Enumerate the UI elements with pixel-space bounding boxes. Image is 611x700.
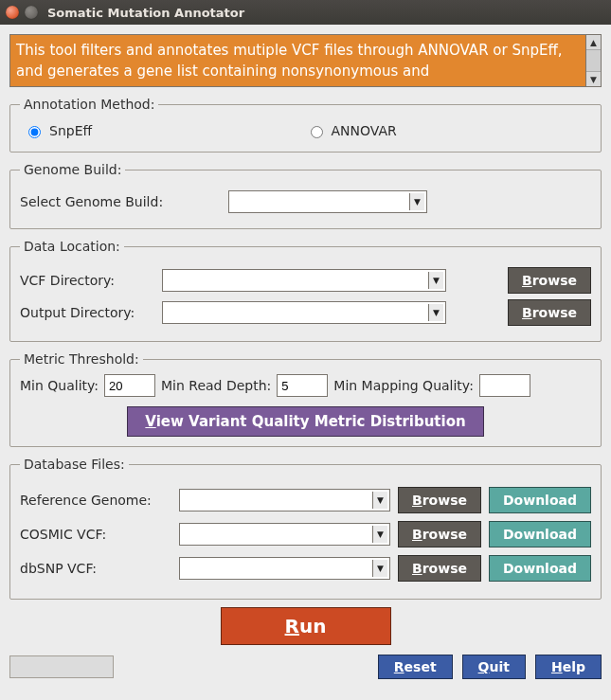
annotation-method-group: Annotation Method: SnpEff ANNOVAR xyxy=(9,97,602,153)
ref-genome-download-button[interactable]: Download xyxy=(489,487,591,513)
radio-snpeff-input[interactable] xyxy=(28,126,41,138)
min-mapq-label: Min Mapping Quality: xyxy=(333,378,474,393)
data-location-group: Data Location: VCF Directory: ▼ Browse O… xyxy=(9,239,602,342)
genome-build-select[interactable]: ▼ xyxy=(228,190,427,213)
radio-snpeff[interactable]: SnpEff xyxy=(24,123,306,138)
cosmic-vcf-download-button[interactable]: Download xyxy=(489,521,591,547)
ref-genome-browse-button[interactable]: Browse xyxy=(398,487,481,513)
output-dir-browse-button[interactable]: Browse xyxy=(508,299,591,326)
ref-genome-select[interactable]: ▼ xyxy=(179,489,390,512)
description-text: This tool filters and annotates mutiple … xyxy=(10,35,601,87)
genome-build-legend: Genome Build: xyxy=(20,162,125,177)
help-button[interactable]: Help xyxy=(535,655,602,679)
radio-annovar-input[interactable] xyxy=(311,126,323,138)
chevron-down-icon: ▼ xyxy=(409,193,424,210)
output-dir-label: Output Directory: xyxy=(20,305,162,320)
min-mapq-input[interactable] xyxy=(479,374,530,397)
description-scrollbar[interactable]: ▲ ▼ xyxy=(585,35,601,86)
description-panel: This tool filters and annotates mutiple … xyxy=(9,34,602,87)
view-metric-distribution-button[interactable]: View Variant Quality Metric Distribution xyxy=(127,406,483,437)
radio-annovar-label: ANNOVAR xyxy=(332,123,397,138)
quit-button[interactable]: Quit xyxy=(462,655,526,679)
genome-build-group: Genome Build: Select Genome Build: ▼ xyxy=(9,162,602,229)
scroll-down-icon[interactable]: ▼ xyxy=(586,71,601,86)
dbsnp-vcf-label: dbSNP VCF: xyxy=(20,561,171,576)
cosmic-vcf-select[interactable]: ▼ xyxy=(179,523,390,546)
chevron-down-icon: ▼ xyxy=(372,560,387,577)
cosmic-vcf-label: COSMIC VCF: xyxy=(20,527,171,542)
database-files-legend: Database Files: xyxy=(20,457,129,472)
run-button[interactable]: Run xyxy=(221,607,391,645)
data-location-legend: Data Location: xyxy=(20,239,124,254)
window-minimize-button[interactable] xyxy=(25,6,38,19)
status-bar xyxy=(9,655,114,678)
ref-genome-label: Reference Genome: xyxy=(20,493,171,508)
min-quality-input[interactable] xyxy=(104,374,155,397)
chevron-down-icon: ▼ xyxy=(428,304,443,321)
dbsnp-vcf-select[interactable]: ▼ xyxy=(179,557,390,580)
window-close-button[interactable] xyxy=(6,6,19,19)
radio-snpeff-label: SnpEff xyxy=(49,123,92,138)
metric-threshold-legend: Metric Threshold: xyxy=(20,351,143,367)
chevron-down-icon: ▼ xyxy=(372,492,387,509)
annotation-method-legend: Annotation Method: xyxy=(20,97,158,112)
vcf-dir-browse-button[interactable]: Browse xyxy=(508,267,591,294)
vcf-dir-select[interactable]: ▼ xyxy=(162,269,446,292)
chevron-down-icon: ▼ xyxy=(372,526,387,543)
dbsnp-vcf-browse-button[interactable]: Browse xyxy=(398,555,481,582)
min-read-depth-label: Min Read Depth: xyxy=(161,378,271,393)
dbsnp-vcf-download-button[interactable]: Download xyxy=(489,555,591,582)
genome-build-label: Select Genome Build: xyxy=(20,194,228,209)
output-dir-select[interactable]: ▼ xyxy=(162,301,446,324)
scroll-up-icon[interactable]: ▲ xyxy=(586,35,601,50)
cosmic-vcf-browse-button[interactable]: Browse xyxy=(398,521,481,547)
database-files-group: Database Files: Reference Genome: ▼ Brow… xyxy=(9,457,602,600)
window-title: Somatic Mutation Annotator xyxy=(47,6,244,20)
radio-annovar[interactable]: ANNOVAR xyxy=(306,123,397,138)
reset-button[interactable]: Reset xyxy=(378,655,453,679)
min-read-depth-input[interactable] xyxy=(277,374,328,397)
metric-threshold-group: Metric Threshold: Min Quality: Min Read … xyxy=(9,351,602,447)
chevron-down-icon: ▼ xyxy=(428,272,443,289)
min-quality-label: Min Quality: xyxy=(20,378,99,393)
vcf-dir-label: VCF Directory: xyxy=(20,273,162,288)
scroll-thumb[interactable] xyxy=(586,50,601,71)
client-area: This tool filters and annotates mutiple … xyxy=(0,25,611,687)
titlebar: Somatic Mutation Annotator xyxy=(0,0,611,25)
